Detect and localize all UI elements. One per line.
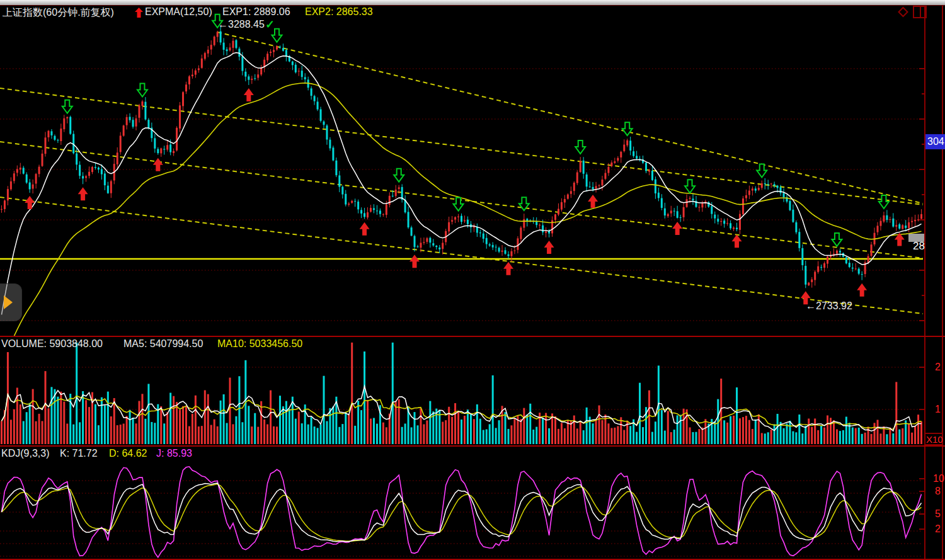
volume-value: VOLUME: 5903848.00: [1, 338, 103, 350]
exp1-value: EXP1: 2889.06: [222, 6, 290, 18]
volume-chart[interactable]: 21X10: [0, 337, 945, 445]
kdj-j-value: J: 85.93: [156, 448, 192, 459]
svg-text:1: 1: [935, 404, 941, 414]
play-icon: [4, 295, 13, 309]
svg-text:10: 10: [933, 473, 944, 484]
exp2-value: EXP2: 2865.33: [305, 6, 373, 18]
volume-ma10: MA10: 5033456.50: [217, 338, 302, 350]
low-annotation: ←2733.92: [806, 300, 852, 312]
check-icon: ✓: [265, 18, 275, 31]
kdj-name: KDJ(9,3,3): [1, 448, 49, 459]
panel-flap[interactable]: [0, 283, 22, 321]
svg-text:2: 2: [935, 362, 941, 372]
svg-text:8: 8: [935, 486, 941, 496]
current-price-label: 28: [913, 240, 925, 253]
kdj-chart[interactable]: 10852: [0, 447, 945, 559]
kdj-d-value: D: 64.62: [109, 448, 147, 459]
window-top-strip: [0, 0, 945, 5]
svg-text:2: 2: [935, 523, 941, 534]
svg-text:X10: X10: [926, 434, 943, 445]
up-arrow-icon: [135, 8, 143, 18]
volume-ma5: MA5: 5407994.50: [123, 338, 203, 350]
panel-resize-divider[interactable]: [0, 445, 945, 447]
diamond-icon[interactable]: [897, 6, 909, 18]
peak-annotation: ←3288.45: [218, 19, 265, 30]
price-axis-badge: 304: [925, 134, 945, 149]
svg-text:5: 5: [935, 508, 941, 519]
panel-resize-divider[interactable]: [0, 336, 945, 337]
symbol-title: 上证指数(60分钟.前复权): [3, 6, 114, 20]
chart-application-window: 上证指数(60分钟.前复权) EXPMA(12,50) EXP1: 2889.0…: [0, 0, 945, 560]
kdj-k-value: K: 71.72: [60, 448, 98, 459]
indicator-name: EXPMA(12,50): [145, 6, 212, 18]
split-window-icon[interactable]: [913, 6, 927, 18]
main-chart[interactable]: [0, 6, 945, 336]
